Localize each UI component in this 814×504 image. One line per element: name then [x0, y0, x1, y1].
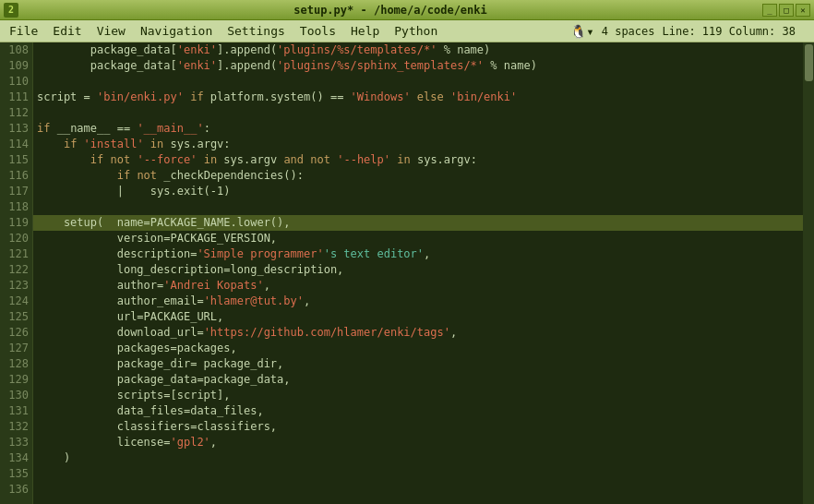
code-line-119: setup( name=PACKAGE_NAME.lower(), — [33, 215, 803, 231]
code-line-114: if 'install' in sys.argv: — [33, 137, 803, 152]
code-line-122: long_description=long_description, — [33, 262, 803, 278]
line-num-133: 133 — [2, 435, 29, 450]
line-num-126: 126 — [2, 325, 29, 341]
line-num-118: 118 — [2, 199, 29, 215]
code-line-127: packages=packages, — [33, 341, 803, 356]
line-num-115: 115 — [2, 152, 29, 168]
line-num-129: 129 — [2, 372, 29, 388]
scrollbar[interactable] — [803, 42, 814, 504]
code-line-128: package_dir= package_dir, — [33, 356, 803, 372]
line-num-123: 123 — [2, 278, 29, 294]
code-line-115: if not '--force' in sys.argv and not '--… — [33, 152, 803, 168]
line-num-130: 130 — [2, 388, 29, 403]
minimize-button[interactable]: _ — [762, 4, 777, 17]
code-line-121: description='Simple programmer''s text e… — [33, 246, 803, 262]
menu-bar: File Edit View Navigation Settings Tools… — [0, 20, 814, 42]
maximize-button[interactable]: □ — [779, 4, 794, 17]
line-num-111: 111 — [2, 90, 29, 105]
close-button[interactable]: ✕ — [796, 4, 810, 17]
code-line-116: if not _checkDependencies(): — [33, 168, 803, 184]
code-line-124: author_email='hlamer@tut.by', — [33, 294, 803, 309]
code-line-112 — [33, 105, 803, 121]
code-area[interactable]: package_data['enki'].append('plugins/%s/… — [33, 42, 803, 504]
window-controls[interactable]: _ □ ✕ — [762, 4, 810, 17]
code-line-129: package_data=package_data, — [33, 372, 803, 388]
line-num-112: 112 — [2, 105, 29, 121]
line-num-120: 120 — [2, 231, 29, 246]
scrollbar-thumb[interactable] — [805, 44, 813, 81]
menu-tools[interactable]: Tools — [293, 22, 343, 40]
menu-help[interactable]: Help — [343, 22, 387, 40]
code-line-125: url=PACKAGE_URL, — [33, 309, 803, 325]
menu-settings[interactable]: Settings — [220, 22, 293, 40]
indent-indicator: 4 spaces — [602, 25, 655, 38]
menu-python[interactable]: Python — [387, 22, 445, 40]
line-num-122: 122 — [2, 262, 29, 278]
tux-icon: 🐧▾ — [570, 24, 593, 39]
menu-edit[interactable]: Edit — [45, 22, 89, 40]
line-numbers: 108 109 110 111 112 113 114 115 116 117 … — [0, 42, 33, 504]
code-line-130: scripts=[script], — [33, 388, 803, 403]
code-line-132: classifiers=classifiers, — [33, 419, 803, 435]
toolbar-right: 🐧▾ 4 spaces Line: 119 Column: 38 — [570, 20, 796, 42]
code-line-109: package_data['enki'].append('plugins/%s/… — [33, 58, 803, 74]
code-line-133: license='gpl2', — [33, 435, 803, 450]
line-num-125: 125 — [2, 309, 29, 325]
editor-container: 108 109 110 111 112 113 114 115 116 117 … — [0, 42, 814, 504]
line-num-110: 110 — [2, 74, 29, 90]
app-icon: 2 — [4, 3, 18, 18]
line-num-135: 135 — [2, 466, 29, 482]
line-num-132: 132 — [2, 419, 29, 435]
code-line-126: download_url='https://github.com/hlamer/… — [33, 325, 803, 341]
line-num-128: 128 — [2, 356, 29, 372]
line-num-119: 119 — [2, 215, 29, 231]
line-num-108: 108 — [2, 42, 29, 58]
line-num-116: 116 — [2, 168, 29, 184]
window-title: setup.py* - /home/a/code/enki — [18, 4, 762, 17]
line-num-113: 113 — [2, 121, 29, 137]
code-line-136 — [33, 482, 803, 498]
line-num-136: 136 — [2, 482, 29, 498]
code-line-117: | sys.exit(-1) — [33, 184, 803, 199]
code-line-131: data_files=data_files, — [33, 403, 803, 419]
line-num-117: 117 — [2, 184, 29, 199]
code-line-135 — [33, 466, 803, 482]
code-line-123: author='Andrei Kopats', — [33, 278, 803, 294]
code-line-113: if __name__ == '__main__': — [33, 121, 803, 137]
line-num-127: 127 — [2, 341, 29, 356]
menu-navigation[interactable]: Navigation — [133, 22, 220, 40]
code-line-118 — [33, 199, 803, 215]
line-num-121: 121 — [2, 246, 29, 262]
code-line-111: script = 'bin/enki.py' if platform.syste… — [33, 90, 803, 105]
line-num-131: 131 — [2, 403, 29, 419]
line-num-124: 124 — [2, 294, 29, 309]
code-line-134: ) — [33, 450, 803, 466]
cursor-position: Line: 119 Column: 38 — [663, 25, 796, 38]
code-line-110 — [33, 74, 803, 90]
line-num-109: 109 — [2, 58, 29, 74]
line-num-134: 134 — [2, 450, 29, 466]
code-line-108: package_data['enki'].append('plugins/%s/… — [33, 42, 803, 58]
title-bar: 2 setup.py* - /home/a/code/enki _ □ ✕ — [0, 0, 814, 20]
code-line-120: version=PACKAGE_VERSION, — [33, 231, 803, 246]
line-num-114: 114 — [2, 137, 29, 152]
menu-file[interactable]: File — [2, 22, 45, 40]
menu-view[interactable]: View — [90, 22, 133, 40]
